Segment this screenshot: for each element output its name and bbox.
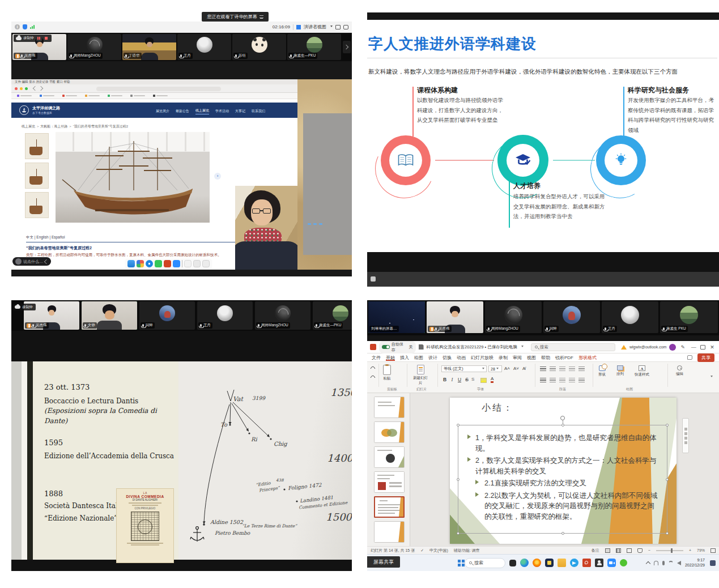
bookmark-item[interactable]: [62, 95, 77, 97]
nav-item[interactable]: 联系我们: [252, 109, 265, 114]
firefox-icon[interactable]: [533, 559, 541, 567]
taskbar-clock[interactable]: 9:17 2022/12/29: [685, 558, 705, 568]
normal-view-icon[interactable]: [605, 548, 610, 553]
columns-icon[interactable]: [578, 378, 585, 383]
participant-tile[interactable]: 唐孟生 PKU: [660, 301, 718, 333]
dock-wechat-icon[interactable]: [155, 260, 162, 267]
align-right-icon[interactable]: [559, 378, 565, 383]
security-shield-icon[interactable]: [23, 24, 27, 29]
back-button[interactable]: [33, 86, 37, 91]
tab-shape-format[interactable]: 形状格式: [578, 355, 597, 361]
participant-tile[interactable]: 回眸: [543, 301, 600, 333]
close-window-icon[interactable]: [15, 87, 18, 90]
language-switcher[interactable]: 中文 | English | Español: [26, 235, 65, 240]
save-icon[interactable]: [419, 344, 424, 350]
tab-file[interactable]: 文件: [372, 355, 381, 361]
minimize-button[interactable]: —: [690, 344, 697, 350]
undo-icon[interactable]: [369, 365, 376, 372]
shrink-font-icon[interactable]: A˅: [513, 366, 519, 371]
taskbar-app-icon[interactable]: [545, 559, 554, 567]
site-logo[interactable]: [19, 105, 29, 115]
close-button[interactable]: ✕: [708, 344, 716, 350]
tab-pdf[interactable]: 锐析PDF: [555, 355, 573, 361]
language-status[interactable]: 中文(中国): [429, 548, 448, 553]
next-participants-button[interactable]: [343, 41, 351, 53]
notes-button[interactable]: 备注: [592, 548, 599, 553]
grow-font-icon[interactable]: A˄: [504, 366, 510, 371]
align-center-icon[interactable]: [550, 378, 556, 383]
line-spacing-icon[interactable]: [578, 367, 585, 372]
participant-tile[interactable]: 王丹: [602, 301, 658, 333]
taskbar-app-icon[interactable]: [509, 560, 516, 566]
gallery-thumbnail[interactable]: [25, 133, 49, 159]
slide-thumbnail-4[interactable]: [374, 471, 405, 493]
nav-item[interactable]: 展览简介: [156, 109, 169, 114]
tab-animations[interactable]: 动画: [457, 355, 466, 361]
strikethrough-button[interactable]: S: [464, 377, 470, 382]
participant-tile[interactable]: 周帅MangZHOU: [485, 301, 542, 333]
bullet-list-icon[interactable]: [540, 367, 546, 372]
ppt-search-box[interactable]: 搜索: [531, 343, 615, 351]
tab-home[interactable]: 开始: [386, 355, 395, 361]
tab-review[interactable]: 审阅: [513, 355, 522, 361]
new-slide-button[interactable]: 新建幻灯片: [412, 365, 428, 386]
quick-styles-button[interactable]: A快速样式: [635, 365, 649, 377]
slide-thumbnail-2[interactable]: [374, 421, 405, 443]
shared-screen-tile[interactable]: 刘琳琳的屏幕…: [368, 301, 425, 333]
bookmark-item[interactable]: [130, 95, 145, 97]
text-shadow-icon[interactable]: S: [471, 377, 474, 382]
reading-view-icon[interactable]: [627, 548, 632, 553]
tab-draw[interactable]: 绘图: [414, 355, 423, 361]
headset-icon[interactable]: [654, 561, 658, 565]
zoom-slider[interactable]: [656, 550, 683, 551]
tab-help[interactable]: 帮助: [541, 355, 550, 361]
address-bar[interactable]: [96, 87, 221, 91]
participant-tile[interactable]: 王丹: [177, 34, 231, 60]
wifi-icon[interactable]: [669, 561, 673, 565]
font-name-box[interactable]: 等线 (正文): [441, 365, 487, 372]
view-switcher[interactable]: 演讲者视图: [304, 24, 326, 30]
pause-recording-button[interactable]: [36, 36, 42, 41]
notification-icon[interactable]: [710, 560, 716, 566]
dock-launchpad-icon[interactable]: [137, 260, 144, 267]
nav-item-active[interactable]: 线上展览: [195, 108, 209, 114]
participant-tile[interactable]: 丁诗华: [122, 34, 176, 60]
zoom-out-button[interactable]: −: [648, 548, 650, 552]
dock-document-icon[interactable]: [184, 260, 192, 267]
start-button[interactable]: [458, 560, 461, 563]
gallery-thumbnail[interactable]: [25, 163, 49, 189]
cloud-recording-chip[interactable]: 录制中: [12, 304, 36, 310]
presenter-webcam-overlay[interactable]: [235, 186, 297, 270]
warning-icon[interactable]: [621, 345, 627, 350]
text-box-selection[interactable]: 1，学科交叉是学科发展的趋势，也是研究者思维自由的体现。 2，数字人文是实现学科…: [458, 425, 667, 534]
participant-tile[interactable]: 周帅MangZHOU: [255, 301, 310, 330]
rotate-handle[interactable]: [560, 416, 565, 420]
participant-tile[interactable]: 唐孟生—PKU: [287, 34, 341, 60]
tab-design[interactable]: 设计: [428, 355, 437, 361]
breadcrumb[interactable]: 线上展览 ＞ 大帆船：海上丝路 ＞ “我们的圣母雪地亚美斯”号复原过程2: [22, 124, 128, 129]
share-button[interactable]: 共享: [697, 353, 714, 362]
underline-button[interactable]: U: [457, 377, 462, 382]
taskbar-search[interactable]: 搜索: [465, 558, 505, 568]
dock-safari-icon[interactable]: [146, 260, 153, 267]
dock-finder-icon[interactable]: [127, 260, 135, 267]
account-avatar[interactable]: [669, 344, 676, 351]
forward-button[interactable]: [39, 86, 43, 91]
bookmark-item[interactable]: [153, 95, 168, 97]
bookmark-item[interactable]: [40, 95, 54, 97]
font-size-box[interactable]: 28: [488, 365, 502, 372]
nav-item[interactable]: 大事记: [235, 109, 245, 114]
collapsed-pane-tab[interactable]: [682, 418, 689, 453]
bookmark-item[interactable]: [85, 95, 100, 97]
edge-icon[interactable]: [520, 559, 529, 567]
participant-tile[interactable]: 苏钰: [232, 34, 286, 60]
indent-decrease-icon[interactable]: [559, 367, 565, 372]
dock-powerpoint-icon[interactable]: [164, 260, 171, 267]
ribbon-collapse-icon[interactable]: [711, 376, 713, 378]
next-image-arrow[interactable]: ›: [214, 173, 221, 180]
zoom-window-icon[interactable]: [25, 87, 28, 90]
redo-icon[interactable]: [369, 374, 376, 381]
arrange-button[interactable]: 排列: [616, 365, 624, 377]
participant-tile[interactable]: 回眸: [139, 301, 195, 330]
slide-thumbnail-3[interactable]: [374, 446, 405, 468]
